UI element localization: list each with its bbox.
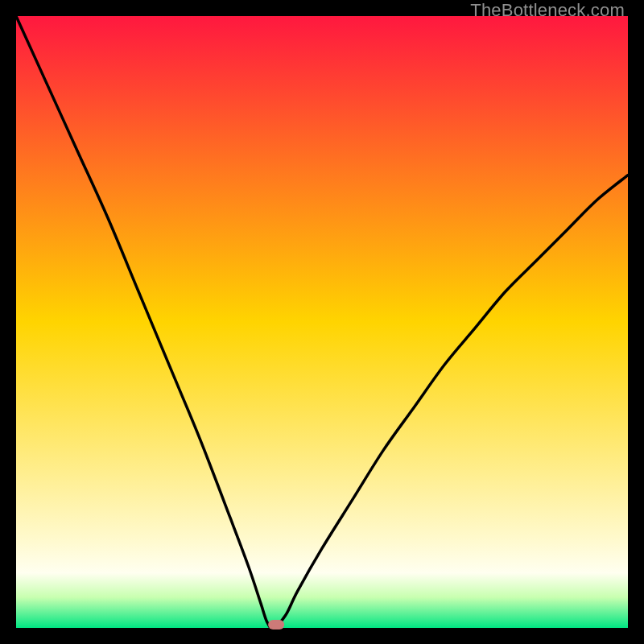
optimal-point-marker [268, 620, 284, 630]
bottleneck-plot [16, 16, 628, 628]
heat-background [16, 16, 628, 628]
chart-frame [16, 16, 628, 628]
watermark-label: TheBottleneck.com [470, 0, 625, 21]
